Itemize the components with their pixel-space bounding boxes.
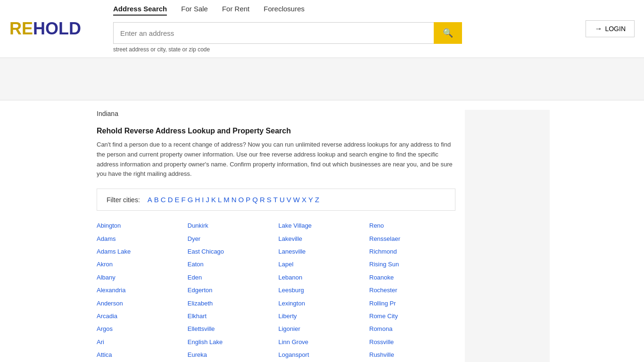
city-link[interactable]: Linn Grove — [279, 337, 365, 347]
filter-letter-k[interactable]: K — [211, 196, 216, 204]
city-link[interactable]: East Chicago — [188, 246, 274, 257]
city-link[interactable]: Romona — [369, 323, 455, 334]
filter-letter-t[interactable]: T — [273, 196, 278, 204]
city-grid: AbingtonDunkirkLake VillageRenoAdamsDyer… — [97, 220, 455, 362]
filter-letter-b[interactable]: B — [154, 196, 159, 204]
nav-tabs: Address Search For Sale For Rent Foreclo… — [113, 5, 576, 16]
city-link[interactable]: Lake Village — [279, 220, 365, 231]
filter-letter-o[interactable]: O — [239, 196, 244, 204]
filter-letter-m[interactable]: M — [223, 196, 230, 204]
city-link[interactable]: Ellettsville — [188, 323, 274, 334]
city-link[interactable]: Liberty — [279, 311, 365, 321]
city-link[interactable]: Dyer — [188, 233, 274, 244]
ad-banner — [0, 58, 644, 100]
filter-letters: ABCDEFGHIJKLMNOPQRSTUVWXYZ — [147, 196, 320, 204]
city-link[interactable]: Arcadia — [97, 311, 183, 321]
filter-letter-l[interactable]: L — [218, 196, 222, 204]
filter-letter-v[interactable]: V — [287, 196, 291, 204]
city-link[interactable]: Ari — [97, 337, 183, 347]
filter-letter-a[interactable]: A — [148, 196, 152, 204]
login-label: LOGIN — [605, 25, 626, 33]
filter-letter-g[interactable]: G — [188, 196, 193, 204]
search-input[interactable] — [113, 22, 434, 44]
page-heading: Rehold Reverse Address Lookup and Proper… — [97, 127, 455, 135]
city-link[interactable]: Rome City — [369, 311, 455, 321]
city-link[interactable]: Eden — [188, 272, 274, 283]
search-hint: street address or city, state or zip cod… — [113, 46, 576, 53]
city-link[interactable]: Rushville — [369, 349, 455, 360]
tab-foreclosures[interactable]: Foreclosures — [264, 5, 305, 16]
filter-letter-j[interactable]: J — [206, 196, 209, 204]
city-link[interactable]: Eureka — [188, 349, 274, 360]
filter-label: Filter cities: — [107, 196, 140, 204]
city-link[interactable]: Rochester — [369, 285, 455, 296]
filter-letter-x[interactable]: X — [302, 196, 306, 204]
city-link[interactable]: Alexandria — [97, 285, 183, 296]
login-icon: → — [594, 25, 602, 33]
logo[interactable]: REHOLD — [9, 19, 104, 39]
city-link[interactable]: Lapel — [279, 259, 365, 270]
city-link[interactable]: Lebanon — [279, 272, 365, 283]
city-link[interactable]: Rensselaer — [369, 233, 455, 244]
city-link[interactable]: Lakeville — [279, 233, 365, 244]
city-link[interactable]: Richmond — [369, 246, 455, 257]
login-button[interactable]: → LOGIN — [586, 20, 635, 37]
logo-re: RE — [9, 19, 33, 38]
tab-address-search[interactable]: Address Search — [113, 5, 167, 16]
search-row: 🔍 — [113, 22, 576, 44]
city-link[interactable]: Lanesville — [279, 246, 365, 257]
breadcrumb: Indiana — [97, 110, 455, 117]
city-link[interactable]: Logansport — [279, 349, 365, 360]
filter-letter-p[interactable]: P — [246, 196, 250, 204]
filter-letter-z[interactable]: Z — [315, 196, 319, 204]
city-link[interactable]: Eaton — [188, 259, 274, 270]
filter-letter-u[interactable]: U — [280, 196, 285, 204]
filter-letter-w[interactable]: W — [293, 196, 300, 204]
filter-box: Filter cities: ABCDEFGHIJKLMNOPQRSTUVWXY… — [97, 189, 455, 211]
city-link[interactable]: Albany — [97, 272, 183, 283]
city-link[interactable]: Lexington — [279, 298, 365, 309]
filter-letter-r[interactable]: R — [260, 196, 265, 204]
tab-for-rent[interactable]: For Rent — [222, 5, 249, 16]
city-link[interactable]: Adams Lake — [97, 246, 183, 257]
city-link[interactable]: Abington — [97, 220, 183, 231]
filter-letter-c[interactable]: C — [161, 196, 166, 204]
city-link[interactable]: English Lake — [188, 337, 274, 347]
city-link[interactable]: Elkhart — [188, 311, 274, 321]
search-icon: 🔍 — [443, 28, 453, 38]
city-link[interactable]: Reno — [369, 220, 455, 231]
tab-for-sale[interactable]: For Sale — [181, 5, 208, 16]
filter-letter-s[interactable]: S — [267, 196, 272, 204]
city-link[interactable]: Edgerton — [188, 285, 274, 296]
city-link[interactable]: Argos — [97, 323, 183, 334]
city-link[interactable]: Rolling Pr — [369, 298, 455, 309]
filter-letter-f[interactable]: F — [182, 196, 186, 204]
city-link[interactable]: Adams — [97, 233, 183, 244]
city-link[interactable]: Dunkirk — [188, 220, 274, 231]
filter-letter-e[interactable]: E — [175, 196, 180, 204]
filter-letter-n[interactable]: N — [231, 196, 237, 204]
city-link[interactable]: Elizabeth — [188, 298, 274, 309]
search-button[interactable]: 🔍 — [434, 22, 462, 44]
city-link[interactable]: Attica — [97, 349, 183, 360]
page-description: Can't find a person due to a recent chan… — [97, 140, 455, 179]
city-link[interactable]: Leesburg — [279, 285, 365, 296]
filter-letter-y[interactable]: Y — [308, 196, 313, 204]
filter-letter-h[interactable]: H — [195, 196, 200, 204]
filter-letter-d[interactable]: D — [168, 196, 173, 204]
city-link[interactable]: Anderson — [97, 298, 183, 309]
header: REHOLD Address Search For Sale For Rent … — [0, 0, 644, 58]
city-link[interactable]: Ligonier — [279, 323, 365, 334]
city-link[interactable]: Roanoke — [369, 272, 455, 283]
sidebar-ad — [465, 110, 550, 362]
city-link[interactable]: Rossville — [369, 337, 455, 347]
content-area: Indiana Rehold Reverse Address Lookup an… — [97, 110, 455, 362]
header-center: Address Search For Sale For Rent Foreclo… — [104, 0, 586, 58]
filter-letter-i[interactable]: I — [202, 196, 204, 204]
city-link[interactable]: Akron — [97, 259, 183, 270]
city-link[interactable]: Rising Sun — [369, 259, 455, 270]
main-content: Indiana Rehold Reverse Address Lookup an… — [0, 100, 644, 362]
logo-hold: HOLD — [33, 19, 81, 38]
filter-letter-q[interactable]: Q — [252, 196, 258, 204]
